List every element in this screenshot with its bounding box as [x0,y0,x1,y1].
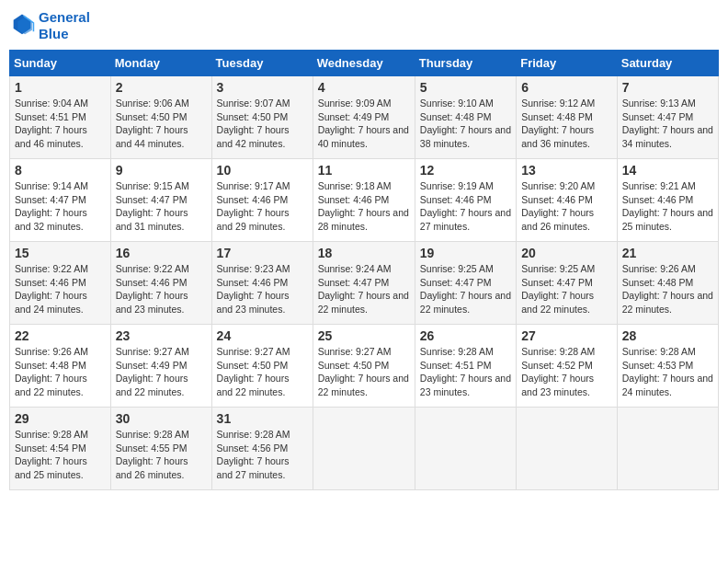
day-info: Sunrise: 9:22 AM Sunset: 4:46 PM Dayligh… [15,262,106,316]
calendar-week-row: 8 Sunrise: 9:14 AM Sunset: 4:47 PM Dayli… [10,159,719,242]
logo-text: General Blue [39,9,90,42]
day-info: Sunrise: 9:27 AM Sunset: 4:49 PM Dayligh… [116,345,207,399]
calendar-cell [415,408,516,490]
day-number: 11 [318,163,410,178]
calendar-cell [313,408,415,490]
calendar-cell: 17 Sunrise: 9:23 AM Sunset: 4:46 PM Dayl… [211,242,313,325]
day-number: 4 [318,80,410,95]
day-number: 17 [217,246,308,260]
day-info: Sunrise: 9:22 AM Sunset: 4:46 PM Dayligh… [116,262,207,316]
day-info: Sunrise: 9:15 AM Sunset: 4:47 PM Dayligh… [116,179,207,234]
day-info: Sunrise: 9:10 AM Sunset: 4:48 PM Dayligh… [420,97,511,151]
calendar-cell: 7 Sunrise: 9:13 AM Sunset: 4:47 PM Dayli… [617,76,718,159]
day-number: 2 [116,80,207,95]
day-info: Sunrise: 9:19 AM Sunset: 4:46 PM Dayligh… [420,179,511,234]
calendar-cell: 25 Sunrise: 9:27 AM Sunset: 4:50 PM Dayl… [313,325,415,408]
day-info: Sunrise: 9:06 AM Sunset: 4:50 PM Dayligh… [116,97,207,151]
calendar-cell [617,408,718,490]
calendar-cell: 4 Sunrise: 9:09 AM Sunset: 4:49 PM Dayli… [313,76,415,159]
calendar-cell: 28 Sunrise: 9:28 AM Sunset: 4:53 PM Dayl… [617,325,718,408]
weekday-header: Wednesday [313,51,415,76]
day-info: Sunrise: 9:28 AM Sunset: 4:51 PM Dayligh… [420,345,511,399]
day-info: Sunrise: 9:27 AM Sunset: 4:50 PM Dayligh… [318,345,410,399]
day-number: 9 [116,163,207,178]
calendar-cell: 2 Sunrise: 9:06 AM Sunset: 4:50 PM Dayli… [110,76,211,159]
day-number: 8 [15,163,106,178]
day-info: Sunrise: 9:28 AM Sunset: 4:55 PM Dayligh… [116,428,207,482]
calendar-week-row: 1 Sunrise: 9:04 AM Sunset: 4:51 PM Dayli… [10,76,719,159]
day-info: Sunrise: 9:12 AM Sunset: 4:48 PM Dayligh… [521,97,612,151]
day-number: 28 [622,328,713,343]
day-info: Sunrise: 9:21 AM Sunset: 4:46 PM Dayligh… [622,179,713,234]
calendar-cell: 13 Sunrise: 9:20 AM Sunset: 4:46 PM Dayl… [517,159,618,242]
day-info: Sunrise: 9:14 AM Sunset: 4:47 PM Dayligh… [15,179,106,234]
calendar-cell: 12 Sunrise: 9:19 AM Sunset: 4:46 PM Dayl… [415,159,516,242]
day-number: 12 [420,163,511,178]
calendar-cell: 5 Sunrise: 9:10 AM Sunset: 4:48 PM Dayli… [415,76,516,159]
day-number: 19 [420,246,511,260]
calendar-week-row: 15 Sunrise: 9:22 AM Sunset: 4:46 PM Dayl… [10,242,719,325]
day-number: 14 [622,163,713,178]
day-number: 15 [15,246,106,260]
day-number: 3 [217,80,308,95]
day-info: Sunrise: 9:26 AM Sunset: 4:48 PM Dayligh… [622,262,713,316]
calendar-cell: 26 Sunrise: 9:28 AM Sunset: 4:51 PM Dayl… [415,325,516,408]
day-number: 24 [217,328,308,343]
day-number: 29 [15,411,106,426]
logo: General Blue [9,9,90,42]
calendar-cell: 29 Sunrise: 9:28 AM Sunset: 4:54 PM Dayl… [10,408,111,490]
calendar-cell: 27 Sunrise: 9:28 AM Sunset: 4:52 PM Dayl… [517,325,618,408]
calendar-week-row: 29 Sunrise: 9:28 AM Sunset: 4:54 PM Dayl… [10,408,719,490]
day-number: 20 [521,246,612,260]
day-number: 26 [420,328,511,343]
weekday-header: Tuesday [211,51,313,76]
day-number: 27 [521,328,612,343]
day-number: 13 [521,163,612,178]
calendar-week-row: 22 Sunrise: 9:26 AM Sunset: 4:48 PM Dayl… [10,325,719,408]
day-info: Sunrise: 9:28 AM Sunset: 4:53 PM Dayligh… [622,345,713,399]
calendar-cell: 3 Sunrise: 9:07 AM Sunset: 4:50 PM Dayli… [211,76,313,159]
day-info: Sunrise: 9:20 AM Sunset: 4:46 PM Dayligh… [521,179,612,234]
day-number: 30 [116,411,207,426]
day-info: Sunrise: 9:28 AM Sunset: 4:56 PM Dayligh… [217,428,308,482]
weekday-header: Thursday [415,51,516,76]
calendar-cell: 22 Sunrise: 9:26 AM Sunset: 4:48 PM Dayl… [10,325,111,408]
day-info: Sunrise: 9:26 AM Sunset: 4:48 PM Dayligh… [15,345,106,399]
day-info: Sunrise: 9:09 AM Sunset: 4:49 PM Dayligh… [318,97,410,151]
day-number: 7 [622,80,713,95]
day-number: 23 [116,328,207,343]
calendar-cell: 18 Sunrise: 9:24 AM Sunset: 4:47 PM Dayl… [313,242,415,325]
calendar-cell: 21 Sunrise: 9:26 AM Sunset: 4:48 PM Dayl… [617,242,718,325]
day-number: 18 [318,246,410,260]
day-number: 5 [420,80,511,95]
day-info: Sunrise: 9:23 AM Sunset: 4:46 PM Dayligh… [217,262,308,316]
logo-icon [9,13,35,39]
calendar-cell: 20 Sunrise: 9:25 AM Sunset: 4:47 PM Dayl… [517,242,618,325]
calendar-cell: 19 Sunrise: 9:25 AM Sunset: 4:47 PM Dayl… [415,242,516,325]
calendar-cell: 30 Sunrise: 9:28 AM Sunset: 4:55 PM Dayl… [110,408,211,490]
day-info: Sunrise: 9:27 AM Sunset: 4:50 PM Dayligh… [217,345,308,399]
calendar-cell: 31 Sunrise: 9:28 AM Sunset: 4:56 PM Dayl… [211,408,313,490]
calendar-cell: 14 Sunrise: 9:21 AM Sunset: 4:46 PM Dayl… [617,159,718,242]
day-info: Sunrise: 9:24 AM Sunset: 4:47 PM Dayligh… [318,262,410,316]
calendar-cell [517,408,618,490]
calendar-cell: 8 Sunrise: 9:14 AM Sunset: 4:47 PM Dayli… [10,159,111,242]
day-number: 22 [15,328,106,343]
day-info: Sunrise: 9:28 AM Sunset: 4:52 PM Dayligh… [521,345,612,399]
day-number: 1 [15,80,106,95]
calendar-cell: 10 Sunrise: 9:17 AM Sunset: 4:46 PM Dayl… [211,159,313,242]
calendar-cell: 16 Sunrise: 9:22 AM Sunset: 4:46 PM Dayl… [110,242,211,325]
calendar-cell: 15 Sunrise: 9:22 AM Sunset: 4:46 PM Dayl… [10,242,111,325]
weekday-header-row: SundayMondayTuesdayWednesdayThursdayFrid… [10,51,719,76]
calendar-cell: 24 Sunrise: 9:27 AM Sunset: 4:50 PM Dayl… [211,325,313,408]
day-number: 10 [217,163,308,178]
day-info: Sunrise: 9:13 AM Sunset: 4:47 PM Dayligh… [622,97,713,151]
day-info: Sunrise: 9:18 AM Sunset: 4:46 PM Dayligh… [318,179,410,234]
day-info: Sunrise: 9:25 AM Sunset: 4:47 PM Dayligh… [521,262,612,316]
day-info: Sunrise: 9:17 AM Sunset: 4:46 PM Dayligh… [217,179,308,234]
calendar-cell: 6 Sunrise: 9:12 AM Sunset: 4:48 PM Dayli… [517,76,618,159]
calendar-cell: 9 Sunrise: 9:15 AM Sunset: 4:47 PM Dayli… [110,159,211,242]
day-number: 31 [217,411,308,426]
day-number: 25 [318,328,410,343]
weekday-header: Sunday [10,51,111,76]
